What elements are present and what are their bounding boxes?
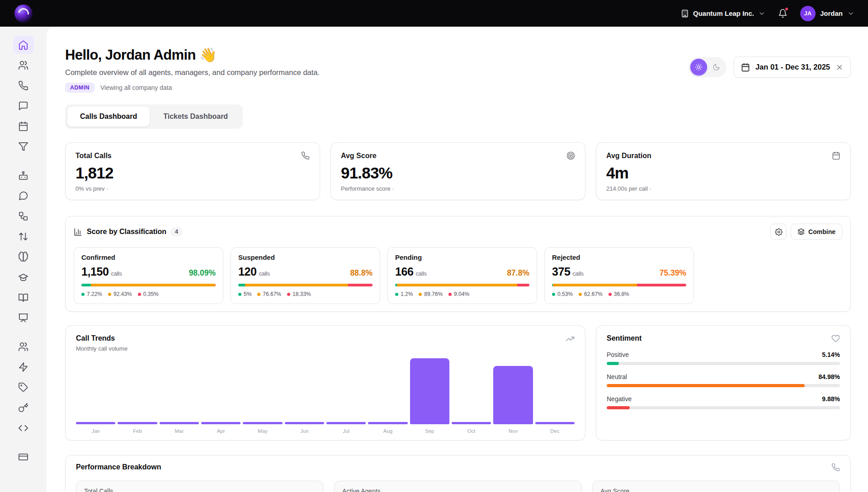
charts-row: Call Trends Monthly call volume JanFebMa… (65, 325, 851, 440)
sidebar-item-graduation-cap[interactable] (13, 268, 34, 286)
sidebar-item-calendar[interactable] (13, 117, 34, 135)
trend-bar-jun[interactable] (285, 422, 324, 424)
phone-icon (831, 463, 840, 472)
date-range-picker[interactable]: Jan 01 - Dec 31, 2025 (734, 56, 851, 78)
sidebar-item-arrow-up-down[interactable] (13, 227, 34, 245)
tab-calls-dashboard[interactable]: Calls Dashboard (67, 107, 150, 127)
trend-bar-sep[interactable] (410, 358, 449, 424)
sidebar-item-code[interactable] (13, 419, 34, 437)
legend-item: 36.8% (609, 291, 629, 297)
sidebar-item-zap[interactable] (13, 358, 34, 376)
sidebar-item-presentation[interactable] (13, 309, 34, 327)
workflow-icon (18, 211, 28, 221)
sidebar-item-bot[interactable] (13, 166, 34, 184)
calendar-icon (832, 151, 840, 160)
trend-bar-jul[interactable] (326, 422, 366, 424)
presentation-icon (18, 313, 28, 323)
tab-tickets-dashboard[interactable]: Tickets Dashboard (151, 107, 241, 127)
theme-toggle (689, 57, 726, 77)
trend-bar-may[interactable] (243, 422, 282, 424)
trend-bar-feb[interactable] (118, 422, 157, 424)
moon-icon (712, 63, 720, 71)
users-icon (18, 60, 28, 70)
sidebar-item-workflow[interactable] (13, 207, 34, 225)
legend-item: 89.76% (419, 291, 443, 297)
phone-icon (18, 80, 28, 91)
sentiment-card: Sentiment Positive5.14%Neutral84.98%Nega… (596, 325, 851, 440)
light-mode-button[interactable] (690, 59, 707, 75)
users-2-icon (18, 342, 28, 352)
sentiment-value: 5.14% (822, 351, 840, 358)
combine-button[interactable]: Combine (791, 224, 842, 240)
classification-progress (552, 284, 686, 286)
call-trends-card: Call Trends Monthly call volume JanFebMa… (65, 325, 585, 440)
chevron-down-icon (847, 10, 854, 17)
sidebar-item-book-open[interactable] (13, 288, 34, 306)
calendar-icon (18, 121, 28, 131)
trend-axis-label: Mar (160, 428, 199, 434)
sidebar-item-key[interactable] (13, 398, 34, 417)
brain-icon (18, 252, 28, 262)
user-menu[interactable]: JA Jordan (800, 6, 854, 21)
message-circle-icon (18, 191, 28, 201)
credit-card-icon (18, 452, 28, 462)
org-switcher[interactable]: Quantum Leap Inc. (681, 9, 765, 18)
trend-bar-jan[interactable] (76, 422, 115, 424)
breakdown-card-total-calls: Total Calls (76, 481, 324, 492)
legend-item: 0.35% (138, 291, 159, 297)
classification-progress (395, 284, 529, 286)
classification-score: 88.8% (350, 268, 373, 278)
page-subtitle: Complete overview of all agents, manager… (65, 68, 320, 77)
sentiment-label: Negative (607, 395, 632, 403)
classification-card-pending[interactable]: Pending166calls87.8%1.2%89.76%9.04% (387, 247, 537, 304)
call-trends-chart: JanFebMarAprMayJunJulAugSepOctNovDec (76, 357, 575, 434)
classification-score: 87.8% (507, 268, 529, 278)
sidebar-item-credit-card[interactable] (13, 448, 34, 466)
sidebar-item-message-square[interactable] (13, 97, 34, 115)
call-trends-title: Call Trends (76, 334, 127, 342)
role-badge: ADMIN (65, 83, 94, 93)
sidebar-item-home[interactable] (13, 36, 34, 54)
classification-card-confirmed[interactable]: Confirmed1,150calls98.09%7.22%92.43%0.35… (74, 247, 223, 304)
sentiment-track (607, 384, 840, 387)
dark-mode-button[interactable] (708, 59, 725, 75)
app-logo[interactable] (14, 5, 33, 23)
sidebar-item-users[interactable] (13, 56, 34, 74)
classification-calls: 375calls (552, 265, 584, 278)
classification-label: Pending (395, 253, 529, 261)
dashboard-tabs: Calls Dashboard Tickets Dashboard (65, 104, 243, 129)
trend-bar-apr[interactable] (201, 422, 241, 424)
legend-item: 1.2% (395, 291, 413, 297)
classification-label: Rejected (552, 253, 686, 261)
legend-item: 0.53% (552, 291, 573, 297)
classification-settings-button[interactable] (770, 224, 787, 240)
sidebar-item-tags[interactable] (13, 378, 34, 396)
trend-bar-nov[interactable] (493, 366, 533, 424)
trend-axis-label: Dec (535, 428, 575, 434)
classification-card-rejected[interactable]: Rejected375calls75.39%0.53%62.67%36.8% (544, 247, 694, 304)
stat-footnote: Performance score · (341, 185, 575, 192)
trend-bar-dec[interactable] (535, 422, 575, 424)
classification-calls: 120calls (238, 265, 270, 278)
trend-bar-mar[interactable] (160, 422, 199, 424)
bot-icon (18, 170, 28, 181)
clear-date-button[interactable] (835, 63, 844, 71)
breakdown-card-label: Total Calls (84, 487, 316, 492)
notifications-button[interactable] (778, 9, 788, 18)
sidebar-item-message-circle[interactable] (13, 187, 34, 205)
trend-axis-label: Oct (452, 428, 491, 434)
avatar: JA (800, 6, 816, 21)
legend-item: 9.04% (448, 291, 469, 297)
filter-icon (18, 141, 28, 152)
trend-bar-aug[interactable] (368, 422, 407, 424)
sidebar-item-brain[interactable] (13, 248, 34, 266)
classification-score: 98.09% (189, 268, 216, 278)
legend-item: 62.67% (579, 291, 603, 297)
trend-bar-oct[interactable] (452, 422, 491, 424)
sidebar-item-phone[interactable] (13, 76, 34, 94)
sidebar-item-users-2[interactable] (13, 337, 34, 356)
trending-up-icon (566, 334, 575, 343)
layers-icon (797, 228, 805, 235)
sidebar-item-filter[interactable] (13, 137, 34, 155)
classification-card-suspended[interactable]: Suspended120calls88.8%5%76.67%18.33% (231, 247, 380, 304)
